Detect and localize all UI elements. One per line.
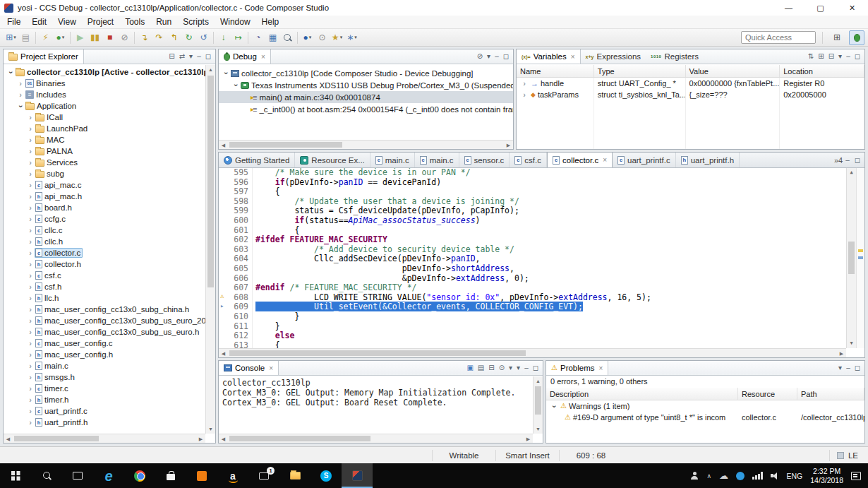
view-menu-icon[interactable]: ▾ — [838, 364, 842, 371]
problems-group-row[interactable]: ›⚠Warnings (1 item) — [546, 400, 864, 412]
profile-button[interactable]: ◔ — [251, 30, 265, 45]
scroll-right-arrow[interactable]: ▶ — [196, 434, 205, 444]
debug-hscrollbar[interactable]: ◀ ▶ — [219, 140, 513, 149]
code-line[interactable]: #ifdef FEATURE_MAC_SECURITY — [255, 235, 846, 245]
edge-icon[interactable]: e — [93, 463, 124, 488]
tree-item[interactable]: ›hmac_user_config_cc13x0_subg_us_euro_20… — [4, 315, 205, 326]
code-line[interactable]: Util_setEvent(&Collector_events, COLLECT… — [255, 302, 846, 312]
scroll-right-arrow[interactable]: ▶ — [837, 349, 846, 358]
tree-item[interactable]: ›hmac_user_config_cc13x0_subg_us_euro.h — [4, 326, 205, 338]
scrollbar-thumb[interactable] — [229, 142, 342, 148]
project-tree-vscrollbar[interactable]: ▲ ▼ — [205, 65, 215, 434]
resume-button[interactable]: ▶ — [73, 30, 88, 45]
scrollbar-thumb[interactable] — [14, 436, 99, 441]
maximize-view-button[interactable]: ◻ — [205, 53, 211, 60]
step-return-button[interactable]: ↰ — [167, 30, 181, 45]
editor-tab-sensor-c[interactable]: csensor.c — [459, 153, 510, 167]
column-header-description[interactable]: Description — [546, 388, 738, 400]
close-tab-icon[interactable]: × — [603, 156, 607, 164]
caret-line-marker-icon[interactable]: ▸ — [220, 303, 224, 309]
scroll-right-arrow[interactable]: ▶ — [524, 434, 533, 444]
flash-button[interactable]: ⚡ — [38, 30, 53, 45]
expand-arrow[interactable]: › — [26, 181, 35, 189]
scrollbar-thumb[interactable] — [229, 350, 526, 356]
code-line[interactable]: &pDevInfo->extAddress, 0); — [255, 274, 846, 284]
debug-button[interactable]: ●▾ — [53, 30, 68, 45]
annotation-ruler[interactable]: ⚠▸ — [219, 168, 229, 348]
expand-arrow[interactable]: › — [26, 227, 35, 234]
overview-warning-mark[interactable] — [858, 249, 863, 252]
variable-row[interactable]: ›→handlestruct UART_Config_ *0x00000000 … — [517, 78, 864, 89]
menu-view[interactable]: View — [52, 17, 82, 27]
tree-item[interactable]: ›hapi_mac.h — [4, 191, 205, 202]
tree-item[interactable]: ›01Binaries — [4, 78, 205, 89]
console-vscrollbar[interactable]: ▲ ▼ — [533, 376, 543, 434]
expand-arrow[interactable]: › — [26, 261, 35, 268]
memory-button[interactable]: ▦ — [265, 30, 280, 45]
menu-help[interactable]: Help — [256, 17, 285, 27]
tree-item[interactable]: ›htimer.h — [4, 394, 205, 405]
expand-arrow[interactable]: › — [26, 136, 35, 144]
problem-row[interactable]: ⚠#169-D argument of type "uint8_t *" is … — [546, 412, 864, 423]
expand-arrow[interactable]: › — [16, 80, 25, 88]
show-type-names-icon[interactable]: ⇅ — [808, 53, 814, 60]
step-over-button[interactable]: ↷ — [152, 30, 167, 45]
expand-arrow[interactable]: › — [26, 204, 35, 212]
menu-run[interactable]: Run — [150, 17, 177, 27]
scrollbar-thumb[interactable] — [848, 242, 855, 274]
debug-tree-item[interactable]: ›collector_cc1310lp [Code Composer Studi… — [219, 67, 513, 79]
expand-arrow[interactable]: › — [520, 91, 529, 99]
editor-tab-resource-ex-[interactable]: Resource Ex... — [295, 153, 370, 167]
expand-arrow[interactable]: › — [17, 102, 25, 110]
code-line[interactable]: if(pDevInfo->panID == devicePanId) — [255, 178, 846, 188]
new-button[interactable]: ⊞▾ — [4, 30, 18, 45]
expand-arrow[interactable]: › — [26, 306, 35, 314]
expand-arrow[interactable]: › — [26, 294, 35, 302]
ccs-taskbar-icon[interactable] — [342, 463, 373, 488]
network-icon[interactable] — [752, 472, 763, 480]
suspend-button[interactable]: ▮▮ — [88, 30, 102, 45]
tab-project-explorer[interactable]: Project Explorer — [4, 49, 84, 64]
close-problems-tab-icon[interactable]: × — [599, 364, 603, 372]
tab-overflow-chevron[interactable]: »4 — [831, 153, 845, 167]
asm-step-into-button[interactable]: ↓ — [216, 30, 231, 45]
tree-item[interactable]: ›Application — [4, 100, 205, 112]
tree-item[interactable]: ›cmac_user_config.c — [4, 338, 205, 349]
pin-console-icon[interactable]: ⊙ — [499, 364, 505, 371]
tree-item[interactable]: ›cuart_printf.c — [4, 405, 205, 417]
menu-file[interactable]: File — [1, 17, 26, 27]
volume-icon[interactable] — [771, 472, 779, 480]
search-button[interactable] — [280, 30, 295, 45]
tray-app-icon[interactable] — [736, 472, 745, 480]
expand-arrow[interactable]: › — [26, 396, 35, 404]
pin-button[interactable]: ⊙ — [315, 30, 330, 45]
scroll-left-arrow[interactable]: ◀ — [4, 434, 13, 444]
minimize-view-button[interactable]: – — [197, 53, 201, 60]
link-editor-icon[interactable]: ⇄ — [179, 53, 185, 60]
tab-registers[interactable]: 1010Registers — [646, 49, 704, 64]
tree-item[interactable]: ›hmac_user_config_cc13x0_subg_china.h — [4, 304, 205, 315]
tree-item[interactable]: ›hboard.h — [4, 202, 205, 213]
menu-scripts[interactable]: Scripts — [177, 17, 215, 27]
debug-tree-item[interactable]: ▸≡main() at main.c:340 0x00010874 — [219, 91, 513, 103]
editor-tab-uart-printf-c[interactable]: cuart_printf.c — [613, 153, 676, 167]
expand-arrow[interactable]: › — [26, 419, 35, 427]
tree-item[interactable]: ›ICall — [4, 112, 205, 123]
close-tab-icon[interactable]: × — [571, 53, 575, 61]
expand-arrow[interactable]: › — [26, 249, 35, 257]
menu-edit[interactable]: Edit — [26, 17, 52, 27]
editor-tab-getting-started[interactable]: Getting Started — [219, 153, 295, 167]
expand-arrow[interactable]: › — [26, 170, 35, 178]
expand-arrow[interactable]: › — [7, 68, 15, 76]
file-explorer-icon[interactable] — [279, 463, 311, 488]
minimize-view-button[interactable]: – — [846, 53, 850, 60]
expand-arrow[interactable]: › — [26, 385, 35, 393]
collapse-all-icon[interactable]: ⊟ — [828, 53, 834, 60]
expand-arrow[interactable]: › — [26, 114, 35, 121]
maximize-view-button[interactable]: ◻ — [855, 157, 860, 164]
ccs-debug-perspective-button[interactable] — [849, 30, 864, 45]
code-line[interactable]: /* Add device to security device table *… — [255, 245, 846, 255]
code-line[interactable]: /* Make sure the device is in our PAN */ — [255, 168, 846, 178]
scroll-left-arrow[interactable]: ◀ — [219, 434, 228, 444]
step-into-button[interactable]: ↴ — [137, 30, 152, 45]
